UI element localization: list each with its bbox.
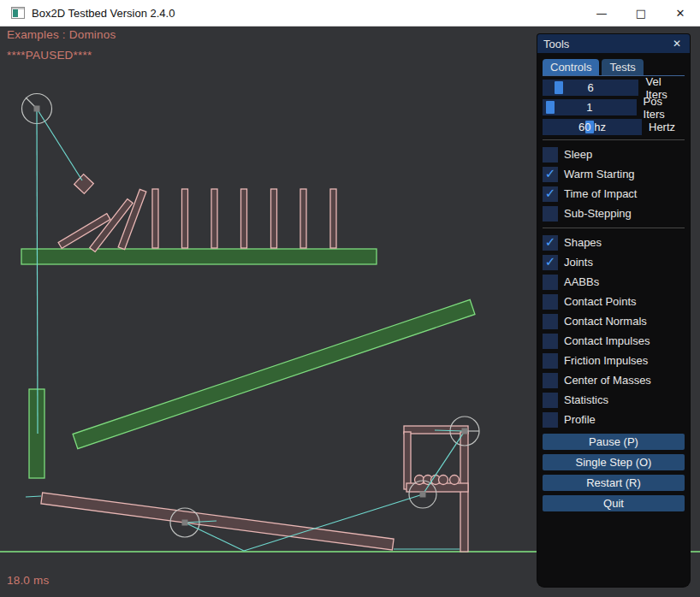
domino [118, 189, 146, 249]
checkbox-label: Contact Impulses [564, 334, 650, 347]
vel-iters-slider[interactable]: 6 [543, 80, 638, 96]
checkbox-contact-impulses[interactable]: ✓ Contact Impulses [543, 331, 685, 351]
checkbox-box[interactable]: ✓ [543, 353, 558, 369]
checkbox-box[interactable]: ✓ [543, 294, 558, 310]
checkbox-label: Sleep [564, 148, 592, 161]
checkbox-box[interactable]: ✓ [543, 393, 558, 408]
seesaw-wheel-circle [170, 508, 199, 537]
separator [543, 228, 685, 228]
checkbox-label: Contact Points [564, 295, 637, 308]
checkbox-profile[interactable]: ✓ Profile [543, 410, 685, 429]
minimize-button[interactable]: — [582, 0, 621, 26]
checkbox-box[interactable]: ✓ [543, 275, 558, 290]
checkbox-contact-points[interactable]: ✓ Contact Points [543, 292, 685, 311]
ball [424, 476, 433, 485]
pendulum-box [74, 174, 94, 194]
tools-panel: Tools ✕ Controls Tests 6 Vel Iters [537, 34, 690, 587]
pendulum-anchor-circle [22, 94, 52, 124]
restart-button[interactable]: Restart (R) [543, 475, 685, 491]
quit-button[interactable]: Quit [543, 495, 685, 511]
wheel-circles [22, 94, 480, 538]
domino [271, 189, 277, 248]
pos-iters-label: Pos Iters [644, 95, 685, 121]
tab-controls[interactable]: Controls [543, 59, 599, 75]
window-controls: — □ ✕ [582, 0, 700, 26]
domino [152, 189, 158, 248]
frame-left-post [404, 432, 411, 489]
tab-tests[interactable]: Tests [602, 59, 643, 75]
pulley-circle [450, 417, 479, 446]
checkbox-sleep[interactable]: ✓ Sleep [543, 145, 685, 164]
checkbox-box[interactable]: ✓ [543, 235, 558, 251]
app-window: Box2D Testbed Version 2.4.0 — □ ✕ Exampl… [0, 0, 700, 597]
tools-panel-titlebar[interactable]: Tools ✕ [537, 34, 690, 53]
checkbox-box[interactable]: ✓ [543, 147, 558, 163]
checkbox-label: Joints [564, 256, 593, 269]
checkbox-box[interactable]: ✓ [543, 334, 558, 349]
checkbox-label: Center of Masses [564, 374, 651, 387]
tab-bar: Controls Tests [543, 59, 685, 76]
check-icon: ✓ [545, 256, 556, 269]
checkbox-box[interactable]: ✓ [543, 314, 558, 329]
ball [450, 476, 460, 485]
pause-button[interactable]: Pause (P) [543, 434, 685, 450]
checkbox-label: Shapes [564, 236, 602, 249]
window-titlebar: Box2D Testbed Version 2.4.0 — □ ✕ [0, 0, 700, 27]
joint-anchors [34, 106, 468, 526]
frame-shelf [406, 483, 468, 492]
domino [330, 189, 336, 248]
checkbox-time-of-impact[interactable]: ✓ Time of Impact [543, 184, 685, 204]
button-column: Pause (P) Single Step (O) Restart (R) Qu… [543, 434, 685, 511]
pos-iters-value: 1 [543, 99, 637, 115]
checkbox-box[interactable]: ✓ [543, 412, 558, 428]
checkbox-box[interactable]: ✓ [543, 206, 558, 222]
domino [211, 189, 217, 248]
close-button[interactable]: ✕ [661, 0, 700, 26]
domino [300, 189, 306, 248]
panel-close-icon[interactable]: ✕ [670, 37, 684, 50]
vel-iters-value: 6 [543, 80, 638, 96]
single-step-button[interactable]: Single Step (O) [543, 454, 685, 470]
checkbox-box[interactable]: ✓ [543, 373, 558, 388]
hertz-slider[interactable]: 60 hz [543, 119, 642, 135]
checkbox-statistics[interactable]: ✓ Statistics [543, 390, 685, 410]
example-label: Examples : Dominos [7, 28, 116, 41]
pos-iters-slider[interactable]: 1 [543, 99, 637, 115]
checkbox-box[interactable]: ✓ [543, 186, 558, 202]
domino [241, 189, 247, 248]
checkbox-group-sim: ✓ Sleep ✓ Warm Starting ✓ Time of Impact… [543, 145, 685, 223]
checkbox-sub-stepping[interactable]: ✓ Sub-Stepping [543, 204, 685, 223]
domino [90, 199, 133, 252]
checkbox-group-draw: ✓ Shapes ✓ Joints ✓ AABBs ✓ Contact Poin… [543, 233, 685, 429]
window-title: Box2D Testbed Version 2.4.0 [32, 7, 175, 20]
check-icon: ✓ [545, 236, 556, 249]
checkbox-label: Contact Normals [564, 315, 647, 328]
separator [543, 139, 685, 140]
checkbox-box[interactable]: ✓ [543, 255, 558, 270]
domino [182, 189, 188, 248]
cradle-circle [409, 481, 436, 508]
hertz-label: Hertz [649, 121, 675, 133]
ball [415, 476, 424, 485]
dynamic-bodies [41, 174, 468, 552]
checkbox-box[interactable]: ✓ [543, 167, 558, 182]
checkbox-label: Warm Starting [564, 168, 635, 180]
checkbox-joints[interactable]: ✓ Joints [543, 252, 685, 272]
checkbox-shapes[interactable]: ✓ Shapes [543, 233, 685, 252]
maximize-button[interactable]: □ [621, 0, 661, 26]
tilted-plank [73, 299, 475, 448]
checkbox-label: AABBs [564, 275, 599, 288]
checkbox-warm-starting[interactable]: ✓ Warm Starting [543, 164, 685, 184]
checkbox-contact-normals[interactable]: ✓ Contact Normals [543, 311, 685, 331]
check-icon: ✓ [545, 187, 556, 200]
checkbox-friction-impulses[interactable]: ✓ Friction Impulses [543, 351, 685, 370]
checkbox-label: Time of Impact [564, 187, 637, 200]
check-icon: ✓ [545, 168, 556, 180]
checkbox-center-of-masses[interactable]: ✓ Center of Masses [543, 370, 685, 390]
joint-lines [26, 109, 465, 551]
checkbox-aabbs[interactable]: ✓ AABBs [543, 272, 685, 292]
ball [439, 476, 448, 485]
checkbox-label: Profile [564, 413, 596, 426]
seesaw-plank [41, 493, 394, 550]
domino [58, 214, 110, 249]
